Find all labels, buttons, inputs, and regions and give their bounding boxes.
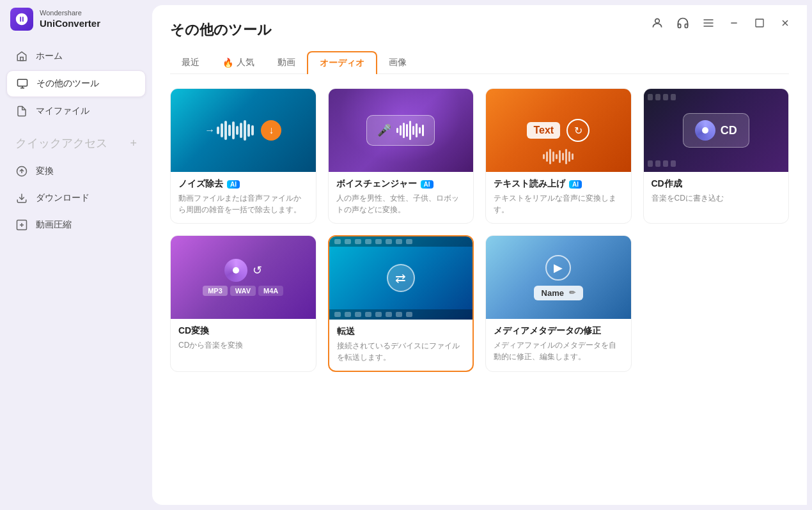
cd-disc-inner bbox=[702, 127, 708, 134]
card-thumb-voice: 🎤 bbox=[329, 89, 474, 172]
card-info-transfer: 転送 接続されているデバイスにファイルを転送します。 bbox=[329, 320, 473, 371]
profile-button[interactable] bbox=[648, 14, 666, 32]
mic-icon: 🎤 bbox=[377, 123, 391, 137]
sidebar-item-other-tools[interactable]: その他のツール bbox=[6, 70, 146, 97]
card-thumb-noise: → ↓ bbox=[171, 89, 316, 172]
main-content: その他のツール 最近 🔥 人気 動画 オーディオ 画像 → bbox=[152, 5, 807, 505]
download-icon bbox=[15, 192, 28, 205]
support-button[interactable] bbox=[674, 14, 692, 32]
app-title: Wondershare UniConverter bbox=[40, 9, 100, 29]
sidebar-item-home[interactable]: ホーム bbox=[6, 43, 146, 69]
ai-badge-tts: AI bbox=[569, 180, 582, 189]
arrow-left-icon: → bbox=[205, 125, 215, 136]
card-thumb-meta: ▶ Name ✏ bbox=[486, 236, 631, 319]
tools-icon bbox=[16, 77, 29, 90]
card-desc-noise: 動画ファイルまたは音声ファイルから周囲の雑音を一括で除去します。 bbox=[178, 192, 308, 215]
card-desc-tts: テキストをリアルな音声に変換します。 bbox=[494, 192, 623, 215]
mic-box: 🎤 bbox=[366, 115, 435, 146]
card-noise-remove[interactable]: → ↓ bbox=[170, 88, 316, 224]
svg-rect-0 bbox=[20, 58, 24, 61]
card-desc-cdconvert: CDから音楽を変換 bbox=[178, 339, 308, 351]
card-info-cdconvert: CD変換 CDから音楽を変換 bbox=[171, 319, 316, 359]
text-badge: Text bbox=[527, 122, 560, 139]
card-thumb-transfer: ⇄ bbox=[329, 236, 473, 320]
cdconvert-box: ↺ MP3 WAV M4A bbox=[203, 259, 283, 296]
quick-access-plus[interactable]: + bbox=[130, 137, 137, 150]
cards-grid: → ↓ bbox=[170, 88, 789, 372]
tab-popular[interactable]: 🔥 人気 bbox=[211, 51, 266, 73]
card-info-meta: メディアメタデータの修正 メディアファイルのメタデータを自動的に修正、編集します… bbox=[486, 319, 631, 370]
card-title-cd: CD作成 bbox=[652, 178, 781, 190]
tab-image[interactable]: 画像 bbox=[377, 51, 418, 73]
card-voice-changer[interactable]: 🎤 ボイスチェンジャー bbox=[328, 88, 474, 224]
mp3-badge: MP3 bbox=[203, 286, 228, 296]
transfer-circle: ⇄ bbox=[387, 264, 415, 292]
svg-point-7 bbox=[655, 19, 660, 23]
menu-button[interactable] bbox=[699, 14, 717, 32]
minimize-button[interactable] bbox=[725, 14, 743, 32]
sidebar-nav: ホーム その他のツール マイファイル bbox=[0, 38, 152, 129]
card-cd-create[interactable]: CD CD作成 音楽をCDに書き込む bbox=[643, 88, 790, 224]
tab-video[interactable]: 動画 bbox=[266, 51, 307, 73]
sidebar-item-my-files[interactable]: マイファイル bbox=[6, 98, 146, 124]
card-desc-cd: 音楽をCDに書き込む bbox=[652, 192, 781, 204]
svg-rect-1 bbox=[18, 79, 27, 86]
card-thumb-tts: Text ↻ bbox=[486, 89, 631, 172]
card-desc-meta: メディアファイルのメタデータを自動的に修正、編集します。 bbox=[494, 339, 623, 362]
tab-audio[interactable]: オーディオ bbox=[307, 51, 377, 74]
card-thumb-cdconvert: ↺ MP3 WAV M4A bbox=[171, 236, 316, 319]
window-controls bbox=[648, 14, 794, 32]
ai-badge-voice: AI bbox=[421, 180, 433, 189]
card-title-tts: テキスト読み上げ AI bbox=[494, 178, 623, 190]
wav-badge: WAV bbox=[230, 286, 256, 296]
voice-wave bbox=[396, 121, 424, 140]
download-circle: ↓ bbox=[261, 120, 281, 141]
tabs-bar: 最近 🔥 人気 動画 オーディオ 画像 bbox=[170, 51, 789, 74]
sidebar-item-convert[interactable]: 変換 bbox=[6, 158, 146, 184]
home-icon bbox=[15, 50, 28, 63]
card-title-noise: ノイズ除去 AI bbox=[178, 178, 308, 190]
refresh-circle: ↻ bbox=[566, 119, 589, 142]
film-strip-top bbox=[329, 236, 473, 247]
svg-rect-12 bbox=[756, 19, 763, 27]
cd-label: CD bbox=[721, 124, 737, 137]
ai-badge: AI bbox=[227, 180, 240, 189]
card-title-cdconvert: CD変換 bbox=[178, 325, 308, 337]
card-info-cd: CD作成 音楽をCDに書き込む bbox=[644, 172, 789, 212]
convert-arrows-icon: ↺ bbox=[253, 263, 262, 277]
convert-icon bbox=[15, 165, 28, 178]
film-strip-bottom bbox=[329, 309, 473, 320]
sidebar-item-download[interactable]: ダウンロード bbox=[6, 185, 146, 211]
tab-recent[interactable]: 最近 bbox=[170, 51, 211, 73]
cd-disc bbox=[695, 120, 715, 141]
edit-pen-icon: ✏ bbox=[569, 288, 575, 297]
card-thumb-cd: CD bbox=[644, 89, 789, 172]
card-media-meta[interactable]: ▶ Name ✏ メディアメタデータの修正 メディアファイルのメタデータを自動的… bbox=[485, 235, 632, 372]
m4a-badge: M4A bbox=[258, 286, 283, 296]
fire-icon: 🔥 bbox=[223, 58, 233, 68]
maximize-button[interactable] bbox=[751, 14, 769, 32]
card-title-transfer: 転送 bbox=[337, 326, 465, 337]
close-button[interactable] bbox=[776, 14, 794, 32]
cdconvert-top: ↺ bbox=[224, 259, 262, 282]
quick-access-header: クイックアクセス + bbox=[0, 129, 152, 153]
card-info-voice: ボイスチェンジャー AI 人の声を男性、女性、子供、ロボットの声などに変換。 bbox=[329, 172, 474, 223]
app-header: Wondershare UniConverter bbox=[0, 0, 152, 38]
sidebar-item-compress[interactable]: 動画圧縮 bbox=[6, 212, 146, 238]
meta-center: ▶ Name ✏ bbox=[534, 255, 583, 300]
cdconvert-disc bbox=[224, 259, 247, 282]
wave-bars bbox=[217, 120, 254, 141]
card-transfer[interactable]: ⇄ 転送 接続されているデバイスにファイルを転送します。 bbox=[328, 235, 474, 372]
card-info-tts: テキスト読み上げ AI テキストをリアルな音声に変換します。 bbox=[486, 172, 631, 223]
card-cd-convert[interactable]: ↺ MP3 WAV M4A CD変換 CDから音楽を変換 bbox=[170, 235, 316, 372]
files-icon bbox=[15, 105, 28, 118]
wave-container: → ↓ bbox=[192, 120, 294, 141]
card-title-voice: ボイスチェンジャー AI bbox=[336, 178, 466, 190]
tts-wave bbox=[543, 149, 574, 164]
sidebar: Wondershare UniConverter ホーム その他のツール マイフ… bbox=[0, 0, 152, 510]
card-tts[interactable]: Text ↻ テキスト読み上げ bbox=[485, 88, 632, 224]
app-logo bbox=[10, 8, 33, 31]
card-desc-transfer: 接続されているデバイスにファイルを転送します。 bbox=[337, 340, 465, 363]
sidebar-subnav: 変換 ダウンロード 動画圧縮 bbox=[0, 153, 152, 243]
tts-center: Text ↻ bbox=[527, 119, 589, 142]
